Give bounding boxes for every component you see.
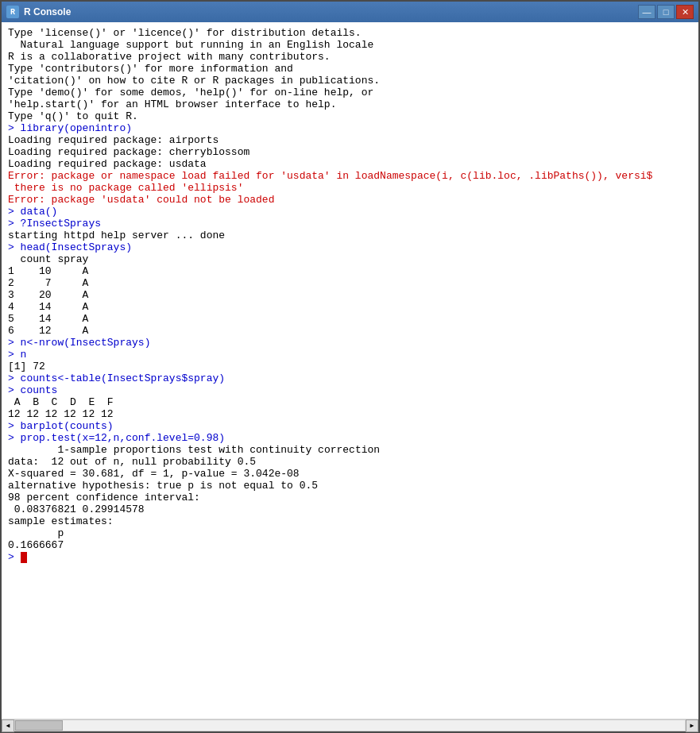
console-line: sample estimates: — [8, 515, 692, 527]
close-button[interactable]: ✕ — [676, 5, 694, 19]
console-line: Type 'contributors()' for more informati… — [8, 63, 692, 75]
console-line: 0.1666667 — [8, 539, 692, 551]
console-line: > head(InsectSprays) — [8, 241, 692, 253]
console-line: count spray — [8, 253, 692, 265]
scrollbar-thumb[interactable] — [15, 720, 63, 731]
cursor — [21, 552, 27, 563]
console-line: > data() — [8, 206, 692, 218]
minimize-button[interactable]: — — [638, 5, 656, 19]
console-line: starting httpd help server ... done — [8, 230, 692, 241]
console-line: 3 20 A — [8, 289, 692, 301]
title-bar: R R Console — □ ✕ — [2, 2, 698, 22]
title-bar-left: R R Console — [6, 6, 71, 18]
console-line: Natural language support but running in … — [8, 39, 692, 51]
console-line: Error: package or namespace load failed … — [8, 170, 692, 182]
console-line: Error: package 'usdata' could not be loa… — [8, 194, 692, 206]
console-line: Type 'demo()' for some demos, 'help()' f… — [8, 87, 692, 98]
console-line: X-squared = 30.681, df = 1, p-value = 3.… — [8, 468, 692, 480]
console-line: [1] 72 — [8, 361, 692, 372]
console-line: > barplot(counts) — [8, 420, 692, 432]
console-line: Loading required package: cherryblossom — [8, 146, 692, 158]
console-output[interactable]: Type 'license()' or 'licence()' for dist… — [2, 22, 698, 719]
console-line: > n — [8, 349, 692, 361]
console-line: data: 12 out of n, null probability 0.5 — [8, 456, 692, 468]
horizontal-scrollbar[interactable]: ◀ ▶ — [2, 719, 698, 731]
console-line: > counts<-table(InsectSprays$spray) — [8, 372, 692, 384]
scroll-left-button[interactable]: ◀ — [2, 719, 14, 732]
console-line: 6 12 A — [8, 325, 692, 337]
console-line: there is no package called 'ellipsis' — [8, 182, 692, 194]
console-line: R is a collaborative project with many c… — [8, 51, 692, 63]
console-line: 'citation()' on how to cite R or R packa… — [8, 75, 692, 87]
console-line: > — [8, 551, 692, 563]
title-buttons: — □ ✕ — [638, 5, 694, 19]
console-line: 'help.start()' for an HTML browser inter… — [8, 98, 692, 110]
console-line: 98 percent confidence interval: — [8, 492, 692, 503]
console-line: Loading required package: usdata — [8, 158, 692, 170]
scroll-right-button[interactable]: ▶ — [686, 719, 698, 732]
console-scroll-area: Type 'license()' or 'licence()' for dist… — [2, 22, 698, 719]
console-line: 2 7 A — [8, 277, 692, 289]
console-line: alternative hypothesis: true p is not eq… — [8, 480, 692, 492]
console-line: 5 14 A — [8, 313, 692, 325]
r-icon: R — [6, 6, 19, 18]
console-line: 1-sample proportions test with continuit… — [8, 444, 692, 456]
console-line: A B C D E F — [8, 396, 692, 408]
window-title: R Console — [24, 6, 71, 17]
console-line: Type 'q()' to quit R. — [8, 110, 692, 122]
console-line: p — [8, 527, 692, 539]
maximize-button[interactable]: □ — [657, 5, 675, 19]
console-line: > n<-nrow(InsectSprays) — [8, 337, 692, 349]
console-line: Type 'license()' or 'licence()' for dist… — [8, 27, 692, 39]
console-line: 12 12 12 12 12 12 — [8, 408, 692, 420]
console-line: > library(openintro) — [8, 122, 692, 134]
console-line: 4 14 A — [8, 301, 692, 313]
console-line: 1 10 A — [8, 265, 692, 277]
r-console-window: R R Console — □ ✕ Type 'license()' or 'l… — [0, 0, 700, 733]
console-line: > prop.test(x=12,n,conf.level=0.98) — [8, 432, 692, 444]
console-line: Loading required package: airports — [8, 134, 692, 146]
console-line: > counts — [8, 384, 692, 396]
console-line: 0.08376821 0.29914578 — [8, 503, 692, 515]
console-line: > ?InsectSprays — [8, 218, 692, 230]
scrollbar-track[interactable] — [14, 719, 686, 731]
